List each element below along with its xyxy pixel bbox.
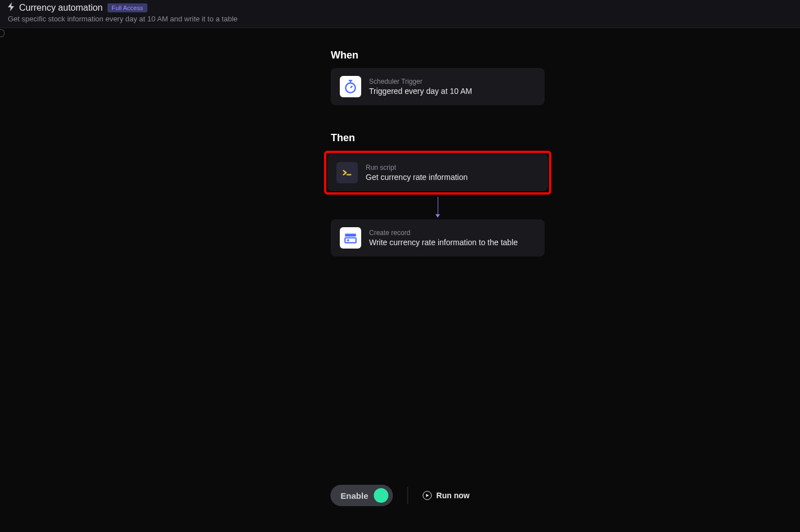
when-section-label: When xyxy=(331,49,545,61)
enable-label: Enable xyxy=(340,491,368,501)
table-add-icon xyxy=(340,227,361,249)
then-section-label: Then xyxy=(331,132,545,144)
run-now-label: Run now xyxy=(437,491,470,500)
script-card-text: Run script Get currency rate information xyxy=(366,164,468,182)
flow-canvas: When Scheduler Trigger Triggered every d… xyxy=(0,28,800,532)
access-badge: Full Access xyxy=(107,3,148,12)
stopwatch-icon xyxy=(340,76,361,97)
trigger-title: Triggered every day at 10 AM xyxy=(369,87,472,96)
terminal-icon xyxy=(336,162,358,183)
header-top: Currency automation Full Access xyxy=(8,2,792,13)
run-now-button[interactable]: Run now xyxy=(423,491,470,500)
create-title: Write currency rate information to the t… xyxy=(369,238,518,247)
create-card-text: Create record Write currency rate inform… xyxy=(369,229,518,247)
highlighted-step: Run script Get currency rate information xyxy=(324,151,551,195)
script-card[interactable]: Run script Get currency rate information xyxy=(327,154,548,191)
flow-connector xyxy=(438,197,438,217)
create-type: Create record xyxy=(369,229,518,237)
script-type: Run script xyxy=(366,164,468,172)
page-header: Currency automation Full Access Get spec… xyxy=(0,0,800,28)
script-title: Get currency rate information xyxy=(366,173,468,182)
toggle-knob xyxy=(374,488,389,503)
page-subtitle: Get specific stock information every day… xyxy=(8,15,792,23)
trigger-type: Scheduler Trigger xyxy=(369,78,472,85)
flow-column: When Scheduler Trigger Triggered every d… xyxy=(331,49,545,263)
automation-bolt-icon xyxy=(8,2,15,13)
footer-divider xyxy=(408,487,408,504)
svg-line-3 xyxy=(350,86,352,88)
svg-rect-0 xyxy=(349,80,353,81)
enable-toggle[interactable]: Enable xyxy=(330,485,393,506)
play-icon xyxy=(423,491,432,500)
trigger-card[interactable]: Scheduler Trigger Triggered every day at… xyxy=(331,68,545,105)
page-title: Currency automation xyxy=(19,3,103,13)
trigger-card-text: Scheduler Trigger Triggered every day at… xyxy=(369,78,472,96)
svg-rect-6 xyxy=(345,238,356,243)
footer-controls: Enable Run now xyxy=(330,485,469,506)
create-record-card[interactable]: Create record Write currency rate inform… xyxy=(331,219,545,256)
svg-rect-5 xyxy=(345,233,356,236)
